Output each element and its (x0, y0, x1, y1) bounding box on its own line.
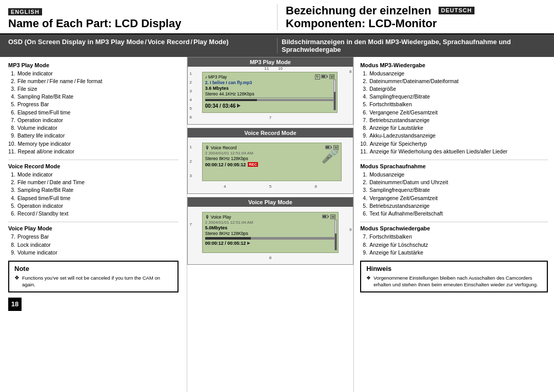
list-item: 2.File number / File name / File format (8, 77, 179, 85)
deutsch-voice-play-section: Modus Sprachwiedergabe 7.Fortschrittsbal… (360, 225, 548, 257)
english-badge: ENGLISH (8, 8, 42, 15)
deutsch-voice-record-list: 1.Modusanzeige 2.Dateinummer/Datum und U… (360, 171, 548, 218)
list-item: 2.Dateinummer/Datum und Uhrzeit (360, 179, 548, 186)
main-content: MP3 Play Mode 1.Mode indicator 2.File nu… (0, 57, 554, 392)
list-item: 7.Progress Bar (8, 233, 179, 241)
list-item: 6.Text für Aufnahme/Bereitschaft (360, 210, 548, 218)
hinweis-text: ❖ Vorgenommene Einstellungen bleiben nac… (366, 275, 542, 288)
vp-callout-bottom-8: 8 (193, 256, 348, 260)
lcd-voice-play-wrapper: 7 9 🎙 Voice Play (188, 207, 353, 264)
vr-bottom-callouts: 4 5 6 (193, 184, 348, 189)
deutsch-badge: DEUTSCH (439, 7, 474, 14)
list-item: 8.Lock indicator (8, 241, 179, 249)
vr-mode-label: Voice Record (211, 145, 237, 150)
lcd-top-callouts: 11 10 (264, 66, 283, 71)
list-item: 1.Modusanzeige (360, 171, 548, 179)
microphone-graphic: 🎤 (321, 147, 339, 164)
lcd-voice-play-header: Voice Play Mode (188, 198, 353, 207)
list-item: 5.Fortschrittsbalken (360, 101, 548, 108)
mp3-mode-row: ♪ MP3 Play ↻ M (205, 74, 334, 80)
hinweis-diamond: ❖ (366, 275, 371, 281)
lcd-voice-play-box: Voice Play Mode 7 9 🎙 Voice Play (187, 197, 353, 265)
note-box: Note ❖ Functions you've set will not be … (8, 261, 179, 292)
right-title: Bezeichnung der einzelnen DEUTSCH Kompon… (286, 4, 474, 30)
vp-play-button-icon (247, 242, 250, 245)
list-item: 6.Elapsed time/Full time (8, 109, 179, 116)
note-text: ❖ Functions you've set will not be cance… (14, 275, 172, 288)
note-body: Functions you've set will not be cancele… (22, 275, 172, 288)
play-button-icon (237, 104, 241, 108)
list-item: 9.Anzeige für Lautstärke (360, 249, 548, 257)
list-item: 4.Samplingfrequenz/Bitrate (360, 93, 548, 101)
deutsch-voice-record-section: Modus Sprachaufnahme 1.Modusanzeige 2.Da… (360, 163, 548, 218)
mp3-time: 00:34 / 03:46 (205, 103, 236, 109)
battery-icon (321, 74, 328, 79)
list-item: 8.Anzeige für Lautstärke (360, 124, 548, 132)
list-item: 10.Anzeige für Speichertyp (360, 140, 548, 148)
rec-badge: REC (248, 162, 258, 167)
lcd-mp3-wrapper: 1 2 3 4 5 6 8 11 10 (188, 67, 353, 124)
header-right: Bezeichnung der einzelnen DEUTSCH Kompon… (277, 4, 546, 30)
list-item: 4.Vergangene Zeit/Gesamtzeit (360, 194, 548, 202)
list-item: 8.Anzeige für Löschschutz (360, 241, 548, 249)
list-item: 7.Betriebszustandsanzeige (360, 116, 548, 124)
vp-mode-row: 🎙 Voice Play M (205, 214, 335, 220)
center-column: MP3 Play Mode 1 2 3 4 5 6 8 (187, 57, 354, 392)
list-item: 9.Battery life indicator (8, 132, 179, 140)
lcd-voice-play-screen: 🎙 Voice Play M 2 2004/01/01 (202, 212, 339, 253)
list-item: 2.File number / Date and Time (8, 179, 179, 186)
mp3-progress-row (205, 99, 334, 102)
volume-fill (334, 92, 335, 110)
mp3-play-list: 1.Mode indicator 2.File number / File na… (8, 70, 179, 155)
voice-record-callouts-left: 1 2 3 (188, 140, 194, 183)
lcd-voice-record-box: Voice Record Mode 1 2 3 🎙 Voice Reco (187, 128, 353, 194)
vr-track: 2 2004/01/01 12:51:04 AM (205, 151, 339, 155)
vp-time-row: 00:00:12 / 00:05:12 (205, 241, 335, 246)
vp-battery-icon (322, 214, 329, 219)
list-item: 5.Progress Bar (8, 101, 179, 108)
mp3-play-section: MP3 Play Mode 1.Mode indicator 2.File nu… (8, 62, 179, 155)
header-left: ENGLISH Name of Each Part: LCD Display (8, 8, 277, 30)
far-right-column: Modus MP3-Wiedergabe 1.Modusanzeige 2.Da… (354, 57, 554, 392)
list-item: 10.Memory type indicator (8, 140, 179, 148)
voice-play-section: Voice Play Mode 7.Progress Bar 8.Lock in… (8, 225, 179, 257)
vp-memory-icon: M (330, 214, 335, 219)
list-item: 5.Operation indicator (8, 202, 179, 210)
hinweis-title: Hinweis (366, 265, 542, 272)
list-item: 7.Operation indicator (8, 116, 179, 124)
mp3-quality: Stereo 44.1KHz 128Kbps (205, 91, 334, 98)
list-item: 7.Fortschrittsbalken (360, 233, 548, 241)
mp3-track: 2. I belive I can fly.mp3 (205, 80, 334, 85)
list-item: 3.Dateigröße (360, 85, 548, 93)
osd-banner-right: Bildschirmanzeigen in den Modi MP3-Wiede… (277, 38, 546, 53)
list-item: 1.Mode indicator (8, 70, 179, 77)
lcd-mp3-callout-8: 8 (348, 69, 353, 74)
list-item: 3.Sampling Rate/Bit Rate (8, 186, 179, 194)
memory-icon: M (329, 74, 334, 79)
list-item: 11.Repeat all/one indicator (8, 148, 179, 155)
mp3-play-title: MP3 Play Mode (8, 62, 179, 68)
list-item: 9.Volume indicator (8, 249, 179, 257)
lcd-voice-record-wrapper: 1 2 3 🎙 Voice Record (188, 138, 353, 193)
list-item: 4.Elapsed time/Full time (8, 194, 179, 202)
repeat-icon: ↻ (315, 74, 320, 80)
list-item: 6.Record / Standby text (8, 210, 179, 218)
svg-rect-8 (328, 216, 329, 218)
lcd-mp3-callout-bottom: 7 (193, 115, 348, 120)
vr-mode-row: 🎙 Voice Record M (205, 145, 339, 150)
vr-quality: Stereo 8KHz 128Kbps (205, 156, 339, 161)
lcd-mp3-box: MP3 Play Mode 1 2 3 4 5 6 8 (187, 57, 353, 125)
list-item: 1.Modusanzeige (360, 70, 548, 77)
osd-banner: OSD (On Screen Display in MP3 Play Mode … (0, 34, 554, 57)
volume-bar (333, 80, 336, 110)
deutsch-mp3-section: Modus MP3-Wiedergabe 1.Modusanzeige 2.Da… (360, 62, 548, 155)
vr-time-row: 00:00:12 / 00:05:12 REC (205, 162, 339, 167)
list-item: 11.Anzeige für Wiederholung des aktuelle… (360, 148, 548, 155)
hinweis-box: Hinweis ❖ Vorgenommene Einstellungen ble… (360, 261, 548, 292)
deutsch-voice-record-title: Modus Sprachaufnahme (360, 163, 548, 169)
left-column: MP3 Play Mode 1.Mode indicator 2.File nu… (0, 57, 187, 392)
left-title: Name of Each Part: LCD Display (8, 17, 269, 30)
mp3-mode-label: MP3 Play (208, 74, 227, 80)
list-item: 9.Akku-Ladezustandsanzeige (360, 132, 548, 140)
list-item: 1.Mode indicator (8, 171, 179, 179)
